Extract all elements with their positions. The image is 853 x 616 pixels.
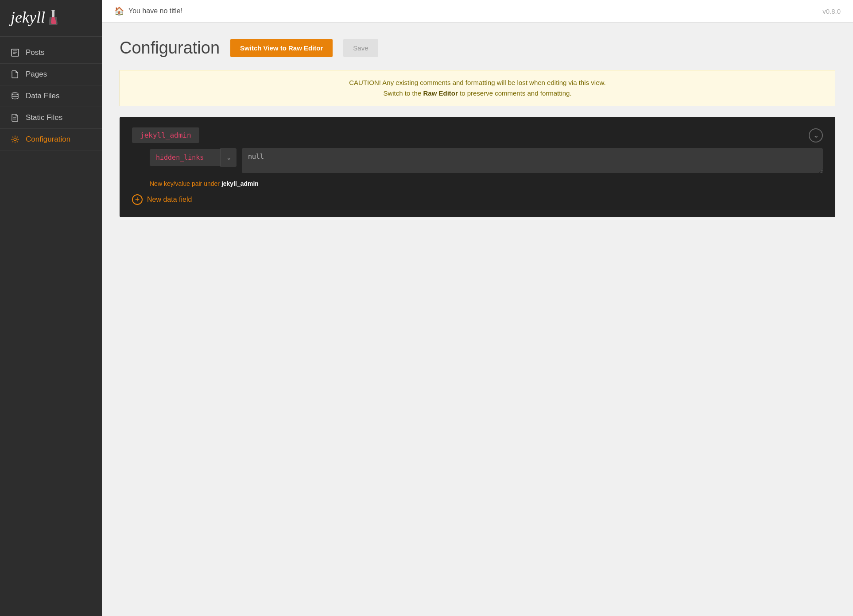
dropdown-chevron-icon: ⌄ (226, 154, 232, 161)
svg-rect-1 (52, 11, 54, 17)
svg-point-6 (12, 93, 18, 95)
sidebar-item-posts[interactable]: Posts (0, 42, 102, 64)
posts-label: Posts (26, 48, 45, 57)
svg-rect-2 (12, 49, 19, 56)
version-label: v0.8.0 (822, 8, 841, 15)
data-files-label: Data Files (26, 92, 60, 100)
collapse-button[interactable]: ⌄ (809, 128, 823, 142)
data-files-icon (11, 92, 19, 100)
save-button[interactable]: Save (343, 39, 378, 57)
sub-key-dropdown[interactable]: ⌄ (221, 148, 237, 167)
sidebar-item-pages[interactable]: Pages (0, 64, 102, 85)
top-bar: 🏠 You have no title! v0.8.0 (102, 0, 853, 23)
top-bar-title-area: 🏠 You have no title! (114, 6, 182, 16)
caution-line2: Switch to the Raw Editor to preserve com… (131, 88, 824, 99)
svg-point-9 (14, 138, 16, 141)
logo-area: jekyll (0, 0, 102, 37)
svg-rect-0 (51, 10, 55, 11)
page-title: Configuration (120, 38, 220, 58)
logo-flask-icon (48, 10, 58, 25)
page-header: Configuration Switch View to Raw Editor … (120, 38, 835, 58)
sidebar: jekyll Posts Pages (0, 0, 102, 616)
main-nav: Posts Pages Data Files Static Files (0, 37, 102, 156)
sub-value-textarea[interactable]: null (242, 148, 823, 173)
caution-banner: CAUTION! Any existing comments and forma… (120, 70, 835, 106)
root-key-badge: jekyll_admin (132, 127, 199, 143)
static-files-icon (11, 113, 19, 122)
sub-value-area: null (242, 148, 823, 175)
sidebar-item-data-files[interactable]: Data Files (0, 85, 102, 107)
sub-field-key-area: ⌄ (150, 148, 237, 167)
new-data-field-label: New data field (147, 196, 192, 204)
pages-label: Pages (26, 70, 47, 79)
logo-text-jekyll: jekyll (11, 8, 45, 27)
app-logo: jekyll (11, 8, 91, 27)
field-header: jekyll_admin ⌄ (132, 127, 823, 143)
switch-view-button[interactable]: Switch View to Raw Editor (230, 39, 333, 57)
pages-icon (11, 70, 19, 79)
content-area: Configuration Switch View to Raw Editor … (102, 23, 853, 616)
main-content: 🏠 You have no title! v0.8.0 Configuratio… (102, 0, 853, 616)
posts-icon (11, 48, 19, 57)
sub-key-input[interactable] (150, 149, 221, 166)
sidebar-item-configuration[interactable]: Configuration (0, 129, 102, 150)
caution-line1: CAUTION! Any existing comments and forma… (131, 77, 824, 88)
config-editor: jekyll_admin ⌄ ⌄ null (120, 117, 835, 217)
site-title: You have no title! (128, 7, 182, 15)
static-files-label: Static Files (26, 113, 62, 122)
sub-field-row: ⌄ null (150, 148, 823, 175)
configuration-label: Configuration (26, 135, 70, 144)
new-data-field-row[interactable]: + New data field (132, 194, 823, 205)
home-icon: 🏠 (114, 6, 124, 16)
plus-circle-icon: + (132, 194, 143, 205)
sidebar-item-static-files[interactable]: Static Files (0, 107, 102, 129)
root-field-group: jekyll_admin ⌄ ⌄ null (132, 127, 823, 187)
configuration-icon (11, 135, 19, 144)
new-kv-link[interactable]: New key/value pair under jekyll_admin (150, 180, 823, 187)
chevron-down-icon: ⌄ (813, 131, 819, 139)
